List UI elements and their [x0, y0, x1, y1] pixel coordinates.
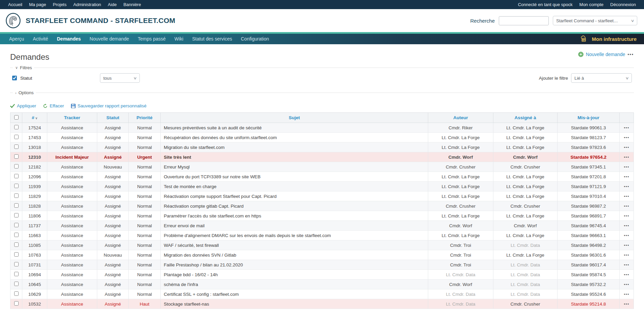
issue-subject[interactable]: WAF / sécurité, test firewall	[161, 240, 428, 250]
issue-actions-button[interactable]: •••	[620, 221, 634, 231]
issue-subject[interactable]: Ouverture du port TCP/3389 sur notre sit…	[161, 172, 428, 182]
issue-id[interactable]: 11663	[22, 231, 47, 240]
issue-id[interactable]: 10532	[22, 299, 47, 309]
issue-id[interactable]: 11829	[22, 191, 47, 201]
issue-actions-button[interactable]: •••	[620, 123, 634, 133]
issue-actions-button[interactable]: •••	[620, 240, 634, 250]
issue-checkbox[interactable]	[14, 193, 19, 198]
column-header-subject[interactable]: Sujet	[161, 113, 428, 123]
issue-id[interactable]: 11737	[22, 221, 47, 231]
issue-id[interactable]: 11828	[22, 201, 47, 211]
issue-actions-button[interactable]: •••	[620, 182, 634, 191]
column-header-id[interactable]: #∨	[22, 113, 47, 123]
project-jump-select[interactable]: Starfleet Command - starfleet… ∨	[553, 16, 637, 25]
issue-subject[interactable]: Réactivation compte gitlab Capt. Picard	[161, 201, 428, 211]
issue-id[interactable]: 10731	[22, 260, 47, 270]
issue-id[interactable]: 12096	[22, 172, 47, 182]
issue-subject[interactable]: Mesures préventives suite à un audit de …	[161, 123, 428, 133]
issue-subject[interactable]: Stockage starfleet-nas	[161, 299, 428, 309]
status-filter-checkbox[interactable]	[12, 76, 17, 80]
issue-actions-button[interactable]: •••	[620, 133, 634, 142]
issue-checkbox[interactable]	[14, 164, 19, 168]
issue-subject[interactable]: schéma de l'infra	[161, 280, 428, 289]
issue-actions-button[interactable]: •••	[620, 201, 634, 211]
issue-id[interactable]: 17453	[22, 133, 47, 142]
issue-id[interactable]: 10694	[22, 270, 47, 280]
issue-subject[interactable]: Migration des données SVN / Gitlab	[161, 250, 428, 260]
top-link-my-page[interactable]: Ma page	[26, 2, 50, 7]
issue-checkbox[interactable]	[14, 272, 19, 276]
issue-checkbox[interactable]	[14, 252, 19, 257]
issue-id[interactable]: 17524	[22, 123, 47, 133]
top-link-admin[interactable]: Administration	[70, 2, 104, 7]
issue-checkbox[interactable]	[14, 184, 19, 188]
column-header-priority[interactable]: Priorité	[129, 113, 161, 123]
column-header-author[interactable]: Auteur	[428, 113, 493, 123]
issue-id[interactable]: 12182	[22, 162, 47, 172]
issue-checkbox[interactable]	[14, 203, 19, 208]
issue-checkbox[interactable]	[14, 291, 19, 296]
issue-checkbox[interactable]	[14, 242, 19, 247]
top-link-my-account[interactable]: Mon compte	[576, 2, 607, 7]
column-header-updated[interactable]: Mis-à-jour	[558, 113, 620, 123]
status-operator-select[interactable]: tous ∨	[100, 73, 140, 83]
issue-actions-button[interactable]: •••	[620, 152, 634, 162]
issue-id[interactable]: 10629	[22, 289, 47, 299]
top-link-home[interactable]: Accueil	[5, 2, 26, 7]
new-issue-link[interactable]: Nouvelle demande	[586, 52, 625, 57]
issue-subject[interactable]: Récupération des données du site uniform…	[161, 133, 428, 142]
issue-actions-button[interactable]: •••	[620, 250, 634, 260]
issue-subject[interactable]: Certificat SSL + config : starfleet.com	[161, 289, 428, 299]
top-link-banner[interactable]: Bannière	[120, 2, 144, 7]
issue-id[interactable]: 11939	[22, 182, 47, 191]
add-filter-select[interactable]: Lié à ∨	[571, 73, 632, 83]
issue-subject[interactable]: Erreur envoi de mail	[161, 221, 428, 231]
filters-legend[interactable]: ∨ Filtres	[13, 65, 34, 70]
column-header-status[interactable]: Statut	[97, 113, 129, 123]
issue-checkbox[interactable]	[14, 301, 19, 306]
issue-id[interactable]: 11085	[22, 240, 47, 250]
issue-subject[interactable]: Site très lent	[161, 152, 428, 162]
top-link-projects[interactable]: Projets	[50, 2, 70, 7]
issue-checkbox[interactable]	[14, 135, 19, 139]
tab-time-spent[interactable]: Temps passé	[133, 34, 170, 44]
top-link-logout[interactable]: Déconnexion	[607, 2, 639, 7]
column-header-assignee[interactable]: Assigné à	[493, 113, 558, 123]
issue-actions-button[interactable]: •••	[620, 270, 634, 280]
issue-checkbox[interactable]	[14, 154, 19, 159]
tab-issues[interactable]: Demandes	[52, 34, 85, 44]
issue-checkbox[interactable]	[14, 125, 19, 129]
issue-checkbox[interactable]	[14, 262, 19, 266]
issue-id[interactable]: 12310	[22, 152, 47, 162]
column-header-tracker[interactable]: Tracker	[47, 113, 97, 123]
issue-actions-button[interactable]: •••	[620, 142, 634, 152]
issue-checkbox[interactable]	[14, 223, 19, 227]
tab-new-issue[interactable]: Nouvelle demande	[85, 34, 133, 44]
issue-checkbox[interactable]	[14, 174, 19, 178]
more-actions-button[interactable]: •••	[627, 52, 634, 57]
save-query-button[interactable]: Sauvegarder rapport personnalisé	[71, 103, 147, 108]
my-infrastructure-button[interactable]: Mon infrastructure	[581, 35, 639, 43]
issue-id[interactable]: 11806	[22, 211, 47, 221]
issue-actions-button[interactable]: •••	[620, 260, 634, 270]
issue-subject[interactable]: Test de montée en charge	[161, 182, 428, 191]
issue-subject[interactable]: Problème d'alignement DMARC sur les envo…	[161, 231, 428, 240]
issue-actions-button[interactable]: •••	[620, 172, 634, 182]
issue-id[interactable]: 10763	[22, 250, 47, 260]
issue-actions-button[interactable]: •••	[620, 162, 634, 172]
issue-actions-button[interactable]: •••	[620, 211, 634, 221]
issue-checkbox[interactable]	[14, 145, 19, 149]
select-all-checkbox[interactable]	[14, 115, 19, 120]
issue-subject[interactable]: Réactivation compte support Starfleet po…	[161, 191, 428, 201]
issue-checkbox[interactable]	[14, 282, 19, 286]
issue-subject[interactable]: Migration du site starfleet.com	[161, 142, 428, 152]
issue-actions-button[interactable]: •••	[620, 191, 634, 201]
clear-button[interactable]: Effacer	[43, 103, 64, 108]
issue-id[interactable]: 13018	[22, 142, 47, 152]
issue-actions-button[interactable]: •••	[620, 299, 634, 309]
options-legend[interactable]: › Options	[13, 90, 36, 95]
search-input[interactable]	[499, 16, 549, 25]
issue-actions-button[interactable]: •••	[620, 280, 634, 289]
issue-checkbox[interactable]	[14, 233, 19, 237]
issue-subject[interactable]: Erreur Mysql	[161, 162, 428, 172]
